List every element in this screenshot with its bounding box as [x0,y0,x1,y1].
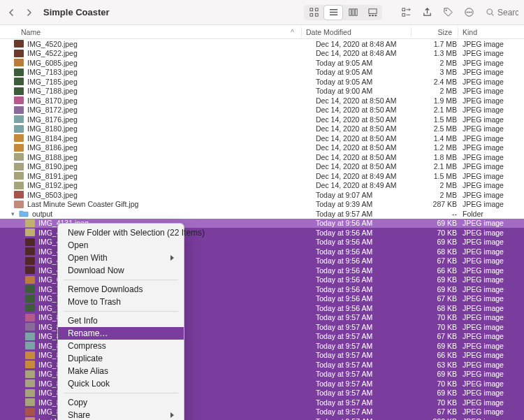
kind-cell: JPEG image [463,115,518,124]
ctx-item-remove-downloads[interactable]: Remove Downloads [58,283,184,296]
file-row[interactable]: IMG_8180.jpegDec 14, 2020 at 8:50 AM2.5 … [0,124,524,134]
file-name-cell: IMG_8186.jpeg [10,143,316,152]
size-cell: 70 KB [421,398,463,407]
column-header-kind[interactable]: Kind [463,28,518,36]
file-name-label: IMG_8180.jpeg [27,124,78,133]
date-modified-cell: Today at 9:05 AM [316,78,421,86]
ctx-item-quick-look[interactable]: Quick Look [58,377,184,390]
file-name-label: IMG_8188.jpeg [27,153,78,161]
file-thumbnail-icon [14,144,24,152]
size-cell: 2.1 MB [421,106,463,114]
file-row[interactable]: IMG_8191.jpegDec 14, 2020 at 8:49 AM1.5 … [0,171,524,181]
date-modified-cell: Dec 14, 2020 at 8:48 AM [316,49,421,57]
ctx-item-share[interactable]: Share [58,409,184,420]
share-button[interactable] [419,5,435,20]
svg-point-16 [468,12,470,13]
size-cell: 292 KB [421,417,463,420]
size-cell: 1.5 MB [421,115,463,124]
column-header-name[interactable]: Name ^ [21,28,301,36]
actions-button[interactable] [460,5,477,20]
file-row[interactable]: IMG_8176.jpegDec 14, 2020 at 8:50 AM1.5 … [0,115,524,124]
disclosure-triangle-icon[interactable]: ▾ [10,210,15,217]
file-thumbnail-icon [25,266,35,274]
folder-row[interactable]: ▾outputToday at 9:57 AM--Folder [0,209,524,219]
date-modified-cell: Today at 9:56 AM [316,256,421,265]
column-view-button[interactable] [344,6,362,20]
tags-button[interactable] [439,5,456,20]
file-row[interactable]: IMG_8172.jpegDec 14, 2020 at 8:50 AM2.1 … [0,106,524,115]
kind-cell: JPEG image [463,407,518,416]
file-name-cell: IMG_8191.jpeg [10,172,316,180]
size-cell: 69 KB [421,238,463,246]
grid-icon [309,7,319,17]
ctx-item-copy[interactable]: Copy [58,396,184,409]
date-modified-cell: Today at 9:56 AM [316,294,421,303]
nav-back-button[interactable] [6,6,18,19]
search-input[interactable] [497,8,518,17]
file-name-cell: IMG_7188.jpeg [10,87,316,95]
date-modified-cell: Today at 9:57 AM [316,417,421,420]
svg-rect-10 [374,15,377,16]
kind-cell: JPEG image [463,256,518,265]
group-by-button[interactable] [398,5,414,20]
file-thumbnail-icon [14,59,24,66]
file-thumbnail-icon [14,125,24,133]
file-row[interactable]: IMG_8170.jpegDec 14, 2020 at 8:50 AM1.9 … [0,96,524,106]
file-row[interactable]: IMG_7185.jpegToday at 9:05 AM2.4 MBJPEG … [0,77,524,87]
svg-rect-8 [368,15,370,16]
file-row[interactable]: IMG_8188.jpegDec 14, 2020 at 8:50 AM1.8 … [0,152,524,162]
kind-cell: JPEG image [463,275,518,284]
icon-view-button[interactable] [305,6,323,20]
search-field[interactable] [486,8,518,17]
file-thumbnail-icon [25,295,35,303]
date-modified-cell: Today at 9:56 AM [316,238,421,246]
ctx-item-move-to-trash[interactable]: Move to Trash [58,296,184,308]
file-row[interactable]: IMG_8186.jpegDec 14, 2020 at 8:50 AM1.2 … [0,143,524,153]
date-modified-cell: Dec 14, 2020 at 8:50 AM [316,134,421,143]
file-row[interactable]: Last Minute Sewn Coaster Gift.jpgToday a… [0,200,524,210]
date-modified-cell: Dec 14, 2020 at 8:50 AM [316,143,421,152]
ctx-item-get-info[interactable]: Get Info [58,314,184,327]
tag-icon [443,7,453,17]
column-header-modified[interactable]: Date Modified [306,28,411,36]
file-row[interactable]: IMG_8192.jpegDec 14, 2020 at 8:49 AM2 MB… [0,181,524,191]
svg-rect-0 [310,8,312,11]
kind-cell: JPEG image [463,162,518,171]
file-thumbnail-icon [14,78,24,85]
ctx-item-new-folder-with-selection-22-items[interactable]: New Folder with Selection (22 Items) [58,226,184,239]
file-thumbnail-icon [25,285,35,293]
file-thumbnail-icon [14,115,24,123]
kind-cell: JPEG image [463,200,518,208]
view-mode-group [304,5,382,20]
kind-cell: JPEG image [463,417,518,420]
file-name-cell: IMG_8172.jpeg [10,106,316,114]
ctx-item-duplicate[interactable]: Duplicate [58,352,184,365]
file-name-label: IMG_8503.jpeg [27,191,78,199]
file-row[interactable]: IMG_7188.jpegToday at 9:00 AM2 MBJPEG im… [0,87,524,96]
svg-rect-2 [310,13,312,16]
ctx-item-make-alias[interactable]: Make Alias [58,365,184,377]
date-modified-cell: Today at 9:05 AM [316,59,421,67]
column-header-size[interactable]: Size [416,28,458,36]
file-row[interactable]: IMG_8184.jpegDec 14, 2020 at 8:50 AM1.4 … [0,133,524,143]
ctx-item-open-with[interactable]: Open With [58,252,184,264]
ctx-item-download-now[interactable]: Download Now [58,264,184,277]
ctx-item-rename[interactable]: Rename… [58,327,184,340]
ctx-item-open[interactable]: Open [58,239,184,252]
file-row[interactable]: IMG_8503.jpegToday at 9:07 AM2 MBJPEG im… [0,190,524,200]
file-thumbnail-icon [25,276,35,284]
file-row[interactable]: IMG_6085.jpegToday at 9:05 AM2 MBJPEG im… [0,58,524,68]
context-menu[interactable]: New Folder with Selection (22 Items)Open… [57,223,184,420]
date-modified-cell: Today at 9:57 AM [316,379,421,388]
file-thumbnail-icon [25,333,35,340]
file-row[interactable]: IMG_4520.jpegDec 14, 2020 at 8:48 AM1.7 … [0,39,524,49]
file-row[interactable]: IMG_8190.jpegDec 14, 2020 at 8:50 AM2.1 … [0,162,524,172]
file-row[interactable]: IMG_4522.jpegDec 14, 2020 at 8:48 AM1.3 … [0,49,524,59]
ctx-item-compress[interactable]: Compress [58,340,184,352]
date-modified-cell: Today at 9:00 AM [316,87,421,95]
list-view-button[interactable] [324,6,342,20]
gallery-view-button[interactable] [363,6,381,20]
file-thumbnail-icon [14,68,24,76]
nav-forward-button[interactable] [22,6,35,19]
file-row[interactable]: IMG_7183.jpegToday at 9:05 AM3 MBJPEG im… [0,68,524,78]
